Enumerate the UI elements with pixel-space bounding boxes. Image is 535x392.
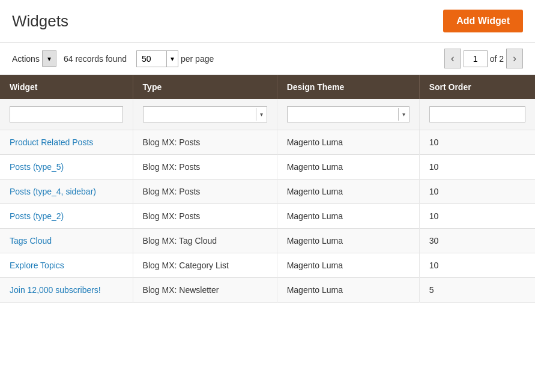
total-pages: of 2 bbox=[490, 54, 504, 64]
cell-design-theme: Magento Luma bbox=[277, 204, 419, 229]
cell-type: Blog MX: Category List bbox=[133, 253, 277, 278]
page-title: Widgets bbox=[12, 12, 68, 31]
next-page-icon bbox=[513, 52, 516, 65]
cell-type: Blog MX: Tag Cloud bbox=[133, 229, 277, 253]
widgets-table: Widget Type Design Theme Sort Order ▾ bbox=[0, 75, 535, 303]
cell-type: Blog MX: Posts bbox=[133, 179, 277, 204]
actions-label: Actions bbox=[12, 54, 40, 64]
table-row[interactable]: Posts (type_4, sidebar) Blog MX: Posts M… bbox=[0, 179, 535, 204]
records-count: 64 bbox=[64, 54, 73, 64]
col-header-type: Type bbox=[133, 75, 277, 99]
cell-type: Blog MX: Posts bbox=[133, 204, 277, 229]
filter-widget-input[interactable] bbox=[10, 106, 123, 122]
per-page-wrapper: per page bbox=[136, 50, 214, 67]
cell-design-theme: Magento Luma bbox=[277, 253, 419, 278]
filter-type-cell: ▾ bbox=[133, 99, 277, 130]
table-row[interactable]: Posts (type_5) Blog MX: Posts Magento Lu… bbox=[0, 155, 535, 179]
cell-sort-order: 30 bbox=[419, 229, 535, 253]
cell-widget: Posts (type_4, sidebar) bbox=[0, 179, 133, 204]
per-page-input[interactable] bbox=[137, 51, 167, 67]
table-row[interactable]: Explore Topics Blog MX: Category List Ma… bbox=[0, 253, 535, 278]
filter-type-input[interactable] bbox=[144, 107, 256, 122]
cell-type: Blog MX: Newsletter bbox=[133, 278, 277, 303]
cell-design-theme: Magento Luma bbox=[277, 229, 419, 253]
filter-sort-cell bbox=[419, 99, 535, 130]
prev-page-button[interactable] bbox=[444, 49, 461, 68]
page-header: Widgets Add Widget bbox=[0, 0, 535, 43]
cell-sort-order: 5 bbox=[419, 278, 535, 303]
filter-theme-input[interactable] bbox=[288, 107, 398, 122]
add-widget-button[interactable]: Add Widget bbox=[443, 10, 523, 32]
filter-sort-input[interactable] bbox=[429, 106, 525, 122]
filter-row: ▾ ▾ bbox=[0, 99, 535, 130]
cell-widget: Tags Cloud bbox=[0, 229, 133, 253]
table-row[interactable]: Posts (type_2) Blog MX: Posts Magento Lu… bbox=[0, 204, 535, 229]
current-page-input[interactable] bbox=[464, 50, 488, 67]
filter-theme-cell: ▾ bbox=[277, 99, 419, 130]
cell-widget: Explore Topics bbox=[0, 253, 133, 278]
table-row[interactable]: Join 12,000 subscribers! Blog MX: Newsle… bbox=[0, 278, 535, 303]
col-header-design-theme: Design Theme bbox=[277, 75, 419, 99]
toolbar: Actions 64 records found per page of 2 bbox=[0, 43, 535, 75]
filter-type-arrow-btn[interactable]: ▾ bbox=[256, 108, 267, 121]
filter-widget-cell bbox=[0, 99, 133, 130]
cell-sort-order: 10 bbox=[419, 179, 535, 204]
table-header-row: Widget Type Design Theme Sort Order bbox=[0, 75, 535, 99]
prev-page-icon bbox=[451, 52, 455, 65]
col-header-sort-order: Sort Order bbox=[419, 75, 535, 99]
records-label: records found bbox=[75, 54, 127, 64]
cell-widget: Posts (type_2) bbox=[0, 204, 133, 229]
cell-design-theme: Magento Luma bbox=[277, 278, 419, 303]
table-row[interactable]: Product Related Posts Blog MX: Posts Mag… bbox=[0, 130, 535, 155]
actions-dropdown-btn[interactable] bbox=[42, 50, 56, 67]
per-page-label: per page bbox=[181, 54, 214, 64]
cell-design-theme: Magento Luma bbox=[277, 155, 419, 179]
records-found: 64 records found bbox=[64, 54, 127, 64]
pagination-wrapper: of 2 bbox=[444, 49, 523, 68]
cell-type: Blog MX: Posts bbox=[133, 155, 277, 179]
cell-sort-order: 10 bbox=[419, 204, 535, 229]
col-header-widget: Widget bbox=[0, 75, 133, 99]
actions-chevron-icon bbox=[47, 54, 51, 63]
cell-widget: Product Related Posts bbox=[0, 130, 133, 155]
cell-sort-order: 10 bbox=[419, 130, 535, 155]
table-row[interactable]: Tags Cloud Blog MX: Tag Cloud Magento Lu… bbox=[0, 229, 535, 253]
cell-design-theme: Magento Luma bbox=[277, 179, 419, 204]
per-page-chevron-icon bbox=[171, 54, 174, 63]
filter-theme-select: ▾ bbox=[287, 106, 410, 122]
filter-theme-arrow-btn[interactable]: ▾ bbox=[398, 108, 409, 121]
cell-widget: Join 12,000 subscribers! bbox=[0, 278, 133, 303]
cell-type: Blog MX: Posts bbox=[133, 130, 277, 155]
cell-design-theme: Magento Luma bbox=[277, 130, 419, 155]
per-page-arrow-btn[interactable] bbox=[167, 51, 178, 66]
cell-sort-order: 10 bbox=[419, 253, 535, 278]
next-page-button[interactable] bbox=[506, 49, 523, 68]
actions-wrapper: Actions bbox=[12, 50, 56, 67]
cell-widget: Posts (type_5) bbox=[0, 155, 133, 179]
per-page-select-box bbox=[136, 50, 178, 67]
cell-sort-order: 10 bbox=[419, 155, 535, 179]
filter-type-select: ▾ bbox=[143, 106, 267, 122]
